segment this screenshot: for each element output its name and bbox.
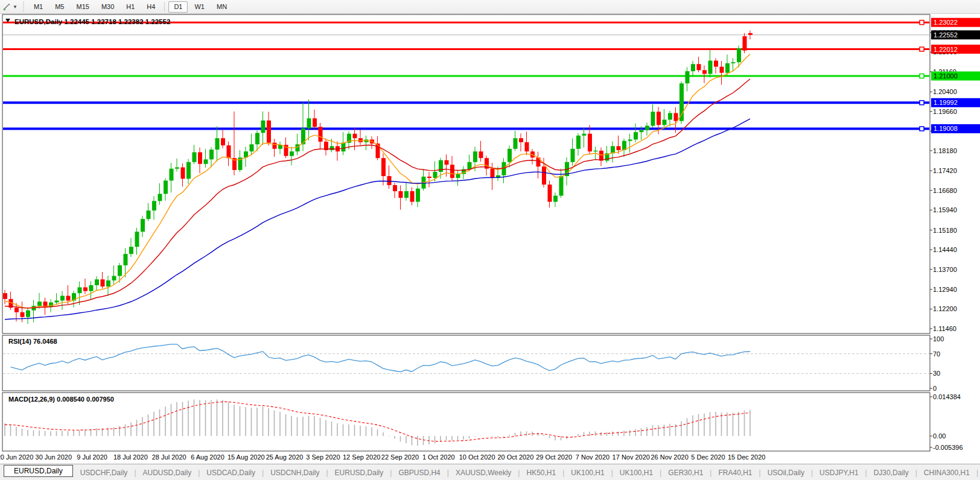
candle-body xyxy=(106,280,110,286)
tab-usdcad-daily[interactable]: USDCAD,Daily xyxy=(200,467,261,479)
line-endpoint-marker[interactable] xyxy=(920,101,924,105)
tab-usdjpy-h1[interactable]: USDJPY,H1 xyxy=(813,467,864,479)
timeframe-button-m15[interactable]: M15 xyxy=(71,1,94,13)
date-label: 22 Sep 2020 xyxy=(381,453,419,461)
tab-china300-h1[interactable]: CHINA300,H1 xyxy=(918,467,976,479)
candle-body xyxy=(353,134,357,138)
candle-body xyxy=(725,63,730,73)
price-tick-label: 1.12200 xyxy=(933,305,957,312)
price-badge-label: 1.22552 xyxy=(934,31,958,39)
candle-body xyxy=(358,138,363,142)
candle-body xyxy=(55,300,59,302)
candle-body xyxy=(112,276,116,280)
candle-body xyxy=(60,296,65,301)
candle-body xyxy=(514,138,518,149)
tab-usdcnh-daily[interactable]: USDCNH,Daily xyxy=(264,467,325,479)
timeframe-button-mn[interactable]: MN xyxy=(211,1,232,13)
chart-canvas[interactable]: EURUSD,Daily 1.22445 1.22718 1.22382 1.2… xyxy=(0,0,980,480)
candle-body xyxy=(273,143,277,149)
candle-body xyxy=(129,247,133,254)
candle-body xyxy=(26,311,30,317)
date-label: 9 Jul 2020 xyxy=(77,453,107,461)
candle-body xyxy=(255,133,259,144)
candle-body xyxy=(399,191,403,198)
candle-body xyxy=(679,83,684,121)
tab-fra40-h1[interactable]: FRA40,H1 xyxy=(712,467,758,479)
candle-body xyxy=(101,279,105,286)
candle-body xyxy=(657,112,661,125)
price-tick-label: 1.14440 xyxy=(933,246,957,253)
candle-body xyxy=(668,113,672,119)
tab-gbpusd-h4[interactable]: GBPUSD,H4 xyxy=(392,467,446,479)
candle-body xyxy=(181,168,185,179)
candle-body xyxy=(319,127,323,142)
candle-body xyxy=(14,308,19,312)
candle-body xyxy=(519,138,523,142)
timeframe-buttons: M1M5M15M30H1H4D1W1MN xyxy=(28,1,233,13)
candle-body xyxy=(261,121,266,133)
timeframe-button-m5[interactable]: M5 xyxy=(49,1,69,13)
tab-uk100-h1[interactable]: UK100,H1 xyxy=(614,467,659,479)
timeframe-button-m1[interactable]: M1 xyxy=(28,1,48,13)
line-endpoint-marker[interactable] xyxy=(920,47,924,51)
mt4-trading-platform: { "toolbar": { "tool_icon": "chart-curso… xyxy=(0,0,980,480)
candle-body xyxy=(479,151,483,158)
candle-body xyxy=(594,151,598,151)
candle-body xyxy=(227,145,231,158)
chart-tool-button[interactable]: ▼ xyxy=(0,0,20,13)
candle-body xyxy=(491,169,495,178)
date-label: 15 Aug 2020 xyxy=(228,453,265,461)
candle-body xyxy=(743,36,747,51)
candle-body xyxy=(296,144,300,151)
date-label: 20 Oct 2020 xyxy=(497,453,533,461)
timeframe-button-w1[interactable]: W1 xyxy=(189,1,210,13)
candle-body xyxy=(66,296,71,301)
tab-eurusd-daily[interactable]: EURUSD,Daily xyxy=(329,467,390,479)
candle-body xyxy=(78,287,82,293)
candle-body xyxy=(576,136,581,149)
tab-usoil-daily[interactable]: USOil,Daily xyxy=(762,467,810,479)
candle-body xyxy=(186,162,191,179)
price-tick-label: 1.19660 xyxy=(933,108,957,115)
date-label: 26 Nov 2020 xyxy=(651,453,688,461)
candle-body xyxy=(95,279,99,285)
date-label: 15 Dec 2020 xyxy=(728,453,765,461)
date-label: 20 Jun 2020 xyxy=(0,453,33,461)
timeframe-button-m30[interactable]: M30 xyxy=(96,1,119,13)
candle-body xyxy=(209,150,214,159)
candle-body xyxy=(737,48,741,62)
candle-body xyxy=(175,168,179,169)
price-badge-label: 1.19992 xyxy=(934,99,958,106)
rsi-axis-label: 30 xyxy=(933,370,940,377)
line-endpoint-marker[interactable] xyxy=(920,127,924,131)
candle-body xyxy=(427,177,431,178)
tab-dj30-daily[interactable]: DJ30,Daily xyxy=(868,467,915,479)
rsi-axis-label: 0 xyxy=(933,385,937,392)
line-endpoint-marker[interactable] xyxy=(920,21,924,25)
tab-eurusd-daily[interactable]: EURUSD,Daily xyxy=(4,465,73,477)
tab-uk100-h1[interactable]: UK100,H1 xyxy=(565,467,610,479)
candle-body xyxy=(404,191,409,198)
candle-body xyxy=(118,265,122,276)
tab-usdchf-daily[interactable]: USDCHF,Daily xyxy=(74,467,134,479)
rsi-label: RSI(14) 76.0468 xyxy=(8,338,57,345)
tab-xauusd-weekly[interactable]: XAUUSD,Weekly xyxy=(450,467,517,479)
candle-body xyxy=(686,71,690,83)
price-tick-label: 1.20400 xyxy=(933,88,957,95)
candle-body xyxy=(731,62,736,63)
tab-ger30-h1[interactable]: GER30,H1 xyxy=(662,467,709,479)
line-endpoint-marker[interactable] xyxy=(920,74,924,78)
timeframe-button-d1[interactable]: D1 xyxy=(168,1,188,13)
tab-hk50-h1[interactable]: HK50,H1 xyxy=(520,467,562,479)
tab-audusd-daily[interactable]: AUDUSD,Daily xyxy=(137,467,198,479)
candle-body xyxy=(542,166,546,185)
date-label: 30 Jun 2020 xyxy=(36,453,72,461)
chart-title: EURUSD,Daily 1.22445 1.22718 1.22382 1.2… xyxy=(14,18,170,25)
timeframe-button-h4[interactable]: H4 xyxy=(141,1,161,13)
candle-body xyxy=(164,180,168,194)
candle-body xyxy=(301,128,305,144)
price-tick-label: 1.17420 xyxy=(933,167,957,174)
timeframe-button-h1[interactable]: H1 xyxy=(121,1,140,13)
toolbar-grip[interactable] xyxy=(22,2,25,11)
date-label: 10 Oct 2020 xyxy=(459,453,495,461)
